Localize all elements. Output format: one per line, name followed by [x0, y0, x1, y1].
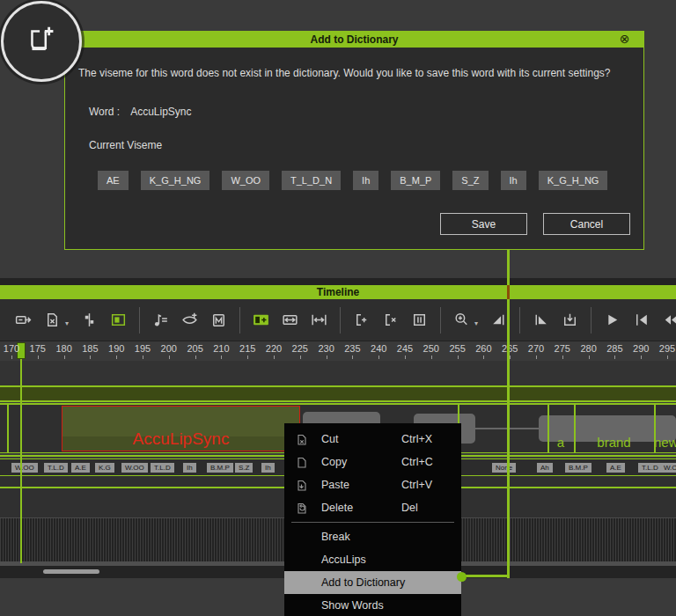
toolbar-separator [591, 307, 592, 334]
ruler-frame-label: 190 [108, 343, 124, 354]
callout-line-horizontal [463, 575, 510, 577]
app-root: { "colors":{"accent_green":"#8cc21e","se… [0, 0, 676, 616]
ruler-tick [589, 356, 590, 359]
dialog-titlebar[interactable]: Add to Dictionary ⊗ [65, 32, 643, 48]
fit-clip-icon[interactable] [281, 311, 299, 329]
viseme-key-chip[interactable]: A.E [606, 463, 625, 473]
dropdown-caret-icon[interactable]: ▾ [65, 319, 73, 328]
viseme-key-chip[interactable]: B.M.P [207, 463, 233, 473]
timeline-panel-header[interactable]: Timeline [0, 285, 676, 299]
viseme-key-chip[interactable]: None [492, 463, 516, 473]
delete-frame-icon[interactable] [381, 311, 400, 329]
viseme-key-chip[interactable]: S.Z [235, 463, 253, 473]
viseme-key-chip[interactable]: T.L.D [44, 463, 68, 473]
dropdown-caret-icon[interactable]: ▾ [474, 319, 482, 328]
ruler-frame-label: 290 [633, 343, 649, 354]
ruler-tick [562, 356, 563, 359]
close-icon[interactable]: ⊗ [618, 33, 631, 46]
menu-item-acculips[interactable]: AccuLips [284, 548, 461, 571]
viseme-chip[interactable]: W_OO [222, 171, 269, 190]
timeline-ruler[interactable]: 1701751801851901952002052102152202252302… [0, 341, 676, 361]
menu-item-shortcut: Del [401, 502, 418, 514]
menu-item-delete[interactable]: DeleteDel [284, 496, 461, 519]
save-button[interactable]: Save [440, 213, 527, 235]
menu-item-label: Break [321, 531, 350, 543]
play-icon[interactable] [603, 311, 621, 329]
viseme-key-chip[interactable]: A.E [71, 463, 90, 473]
viseme-key-chip[interactable]: T.L.D [151, 463, 174, 473]
viseme-chip[interactable]: B_M_P [391, 171, 440, 190]
scrollbar-handle[interactable] [43, 569, 99, 574]
viseme-chip[interactable]: AE [98, 171, 129, 190]
zoom-fit-left-icon[interactable] [532, 311, 550, 329]
viseme-chip[interactable]: T_L_D_N [282, 171, 341, 190]
dope-sheet-icon[interactable] [80, 311, 99, 329]
lips-add-icon[interactable] [180, 311, 199, 329]
toolbar-separator [139, 307, 140, 334]
word-value: AccuLipSync [130, 106, 191, 118]
viseme-chip[interactable]: K_G_H_NG [141, 171, 210, 190]
export-range-icon[interactable] [561, 311, 579, 329]
ruler-frame-label: 215 [239, 343, 255, 354]
rewind-icon[interactable] [661, 311, 676, 329]
toolbar-separator [239, 307, 240, 334]
cancel-button[interactable]: Cancel [543, 213, 630, 235]
viseme-key-chip[interactable]: Ah [537, 463, 553, 473]
menu-item-show-words[interactable]: Show Words [284, 594, 461, 616]
menu-separator [291, 522, 454, 523]
viseme-key-chip[interactable]: W.OO [11, 463, 38, 473]
ruler-tick [11, 356, 12, 359]
viseme-key-chip[interactable]: T.L.D [638, 463, 662, 473]
menu-item-cut[interactable]: CutCtrl+X [284, 428, 461, 451]
word-label: Word : [89, 106, 120, 118]
add-to-dictionary-book-plus-icon [1, 1, 82, 82]
word-track-label[interactable]: new [654, 435, 676, 450]
viseme-key-chip[interactable]: W.OO [121, 463, 148, 473]
viseme-key-chip[interactable]: W.O [660, 463, 676, 473]
menu-item-shortcut: Ctrl+V [401, 479, 432, 491]
menu-item-paste[interactable]: PasteCtrl+V [284, 473, 461, 496]
zoom-plus-icon[interactable] [452, 311, 471, 329]
menu-item-add-to-dictionary[interactable]: Add to Dictionary [284, 571, 461, 594]
ruler-frame-label: 225 [292, 343, 308, 354]
track-list-icon[interactable] [109, 311, 128, 329]
menu-item-copy[interactable]: CopyCtrl+C [284, 451, 461, 473]
selected-word-clip[interactable]: AccuLipSync [62, 406, 300, 451]
word-cell-separator [7, 405, 9, 452]
insert-frame-icon[interactable] [352, 311, 371, 329]
viseme-chip[interactable]: K_G_H_NG [539, 171, 608, 190]
viseme-key-chip[interactable]: Ih [183, 463, 196, 473]
playhead-line[interactable] [20, 359, 22, 563]
viseme-key-chip[interactable]: K.G [95, 463, 114, 473]
lipsync-clip-band[interactable] [0, 387, 676, 400]
copy-icon [295, 456, 308, 469]
menu-item-break[interactable]: Break [284, 525, 461, 548]
menu-item-label: AccuLips [321, 554, 366, 566]
viseme-chip[interactable]: Ih [501, 171, 526, 190]
go-start-icon[interactable] [632, 311, 650, 329]
viseme-chip[interactable]: Ih [353, 171, 378, 190]
ruler-tick [274, 356, 275, 359]
ruler-tick [405, 356, 406, 359]
menu-item-label: Show Words [321, 599, 384, 612]
music-note-icon[interactable] [151, 311, 170, 329]
ruler-tick [90, 356, 91, 359]
menu-item-label: Delete [321, 502, 353, 514]
viseme-key-chip[interactable]: B.M.P [565, 463, 592, 473]
word-track-label[interactable]: brand [574, 435, 654, 450]
ruler-tick [169, 356, 170, 359]
word-track-label[interactable]: a [547, 435, 574, 450]
frame-panel-icon[interactable] [410, 311, 429, 329]
remove-key-icon[interactable] [43, 311, 62, 329]
zoom-fit-right-icon[interactable] [489, 311, 508, 329]
motion-m-icon[interactable] [209, 311, 228, 329]
collect-clip-icon[interactable] [14, 311, 33, 329]
timeline-toolbar: ▾▾ [0, 299, 676, 341]
ruler-tick [378, 356, 379, 359]
viseme-chip[interactable]: S_Z [452, 171, 488, 190]
ruler-tick [458, 356, 459, 359]
viseme-key-chip[interactable]: Ih [261, 463, 275, 473]
ruler-tick [510, 356, 511, 359]
add-word-icon[interactable] [252, 311, 270, 329]
extend-clip-icon[interactable] [310, 311, 328, 329]
